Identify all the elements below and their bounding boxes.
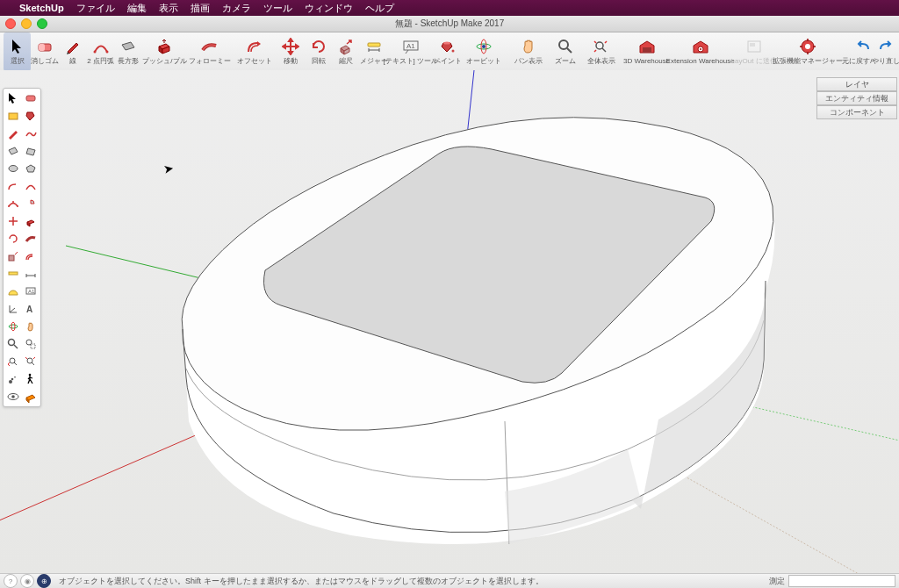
menubar-item-view[interactable]: 表示	[159, 2, 178, 15]
palette-freehand[interactable]	[22, 125, 40, 142]
tool-paint[interactable]: ペイント	[434, 32, 462, 71]
palette-arc[interactable]	[4, 177, 22, 195]
tool-3dwh-label: 3D Warehouse	[623, 57, 670, 65]
svg-text:A1: A1	[406, 42, 415, 50]
palette-eraser[interactable]	[22, 90, 40, 107]
svg-rect-14	[643, 47, 651, 53]
tool-rotate[interactable]: 回転	[305, 32, 332, 71]
palette-rotate[interactable]	[4, 230, 22, 247]
tool-arc-label: 2 点円弧	[87, 57, 114, 65]
tool-scale[interactable]: 縮尺	[332, 32, 359, 71]
window-minimize-button[interactable]	[21, 18, 32, 29]
tool-redo[interactable]	[874, 32, 895, 71]
tool-zoom[interactable]: ズーム	[551, 32, 579, 71]
svg-point-11	[482, 45, 485, 48]
tool-pan[interactable]: パン表示	[507, 32, 551, 71]
menubar-item-window[interactable]: ウィンドウ	[305, 2, 353, 15]
palette-followme[interactable]	[22, 230, 40, 247]
svg-rect-27	[9, 113, 18, 119]
menubar-item-edit[interactable]: 編集	[127, 2, 147, 15]
palette-section[interactable]	[22, 388, 40, 405]
tool-rectangle[interactable]: 長方形	[114, 32, 141, 71]
palette-walk[interactable]	[22, 370, 40, 388]
followme-icon	[200, 36, 219, 57]
tool-extension-warehouse[interactable]: Extension Warehouse	[670, 32, 731, 71]
tool-arc[interactable]: 2 点円弧	[87, 32, 114, 71]
palette-zoom-ext[interactable]	[22, 353, 40, 370]
palette-component[interactable]	[4, 107, 22, 125]
status-hint: オブジェクトを選択してください。Shift キーを押したまま選択するか、またはマ…	[59, 576, 543, 587]
palette-2pt-arc[interactable]	[22, 177, 40, 195]
menubar-item-file[interactable]: ファイル	[76, 2, 115, 15]
palette-zoom-prev[interactable]	[4, 353, 22, 370]
palette-position[interactable]	[4, 370, 22, 388]
status-geo-icon[interactable]: ⊕	[37, 574, 51, 588]
panel-tab-entityinfo[interactable]: エンティティ情報	[816, 91, 897, 105]
panel-tab-layers[interactable]: レイヤ	[816, 77, 897, 91]
menubar-item-camera[interactable]: カメラ	[222, 2, 251, 15]
palette-circle[interactable]	[4, 160, 22, 177]
layout-icon	[745, 36, 763, 57]
svg-rect-26	[26, 96, 35, 101]
palette-measure[interactable]	[4, 265, 22, 283]
tool-undo[interactable]: 元に戻す/やり直し	[853, 32, 874, 71]
window-zoom-button[interactable]	[37, 18, 47, 29]
tool-followme[interactable]: フォローミー	[187, 32, 232, 71]
tool-orbit[interactable]: オービット	[462, 32, 507, 71]
palette-3pt-arc[interactable]	[4, 195, 22, 212]
tool-move[interactable]: 移動	[277, 32, 304, 71]
palette-line[interactable]	[4, 125, 22, 142]
tool-zoom-extents[interactable]: 全体表示	[579, 32, 623, 71]
palette-rot-rect[interactable]	[22, 142, 40, 160]
palette-pan[interactable]	[22, 318, 40, 335]
right-panel-tabs: レイヤ エンティティ情報 コンポーネント	[816, 77, 897, 119]
palette-polygon[interactable]	[22, 160, 40, 177]
menubar-item-tools[interactable]: ツール	[263, 2, 292, 15]
palette-3dtext[interactable]: A	[22, 300, 40, 318]
palette-scale[interactable]	[4, 247, 22, 265]
palette-pushpull[interactable]	[22, 212, 40, 230]
tool-measure[interactable]: メジャー	[360, 32, 388, 71]
tool-extwh-label: Extension Warehouse	[666, 57, 735, 65]
status-user-icon[interactable]: ◉	[20, 574, 34, 588]
palette-zoom[interactable]	[4, 335, 22, 353]
palette-text[interactable]: A1	[22, 283, 40, 300]
svg-point-3	[105, 51, 108, 54]
palette-offset[interactable]	[22, 247, 40, 265]
tool-text[interactable]: A1 [テキスト] ツール	[388, 32, 434, 71]
palette-axes[interactable]	[4, 300, 22, 318]
palette-pie[interactable]	[22, 195, 40, 212]
menubar-item-draw[interactable]: 描画	[191, 2, 210, 15]
main-toolbar: 選択 消しゴム 線 2 点円弧 長方形 プッシュ/プル フォローミー オフセッ	[0, 32, 899, 72]
palette-paint[interactable]	[22, 107, 40, 125]
palette-move[interactable]	[4, 212, 22, 230]
palette-orbit[interactable]	[4, 318, 22, 335]
window-close-button[interactable]	[5, 18, 16, 29]
palette-rectangle[interactable]	[4, 142, 22, 160]
status-help-icon[interactable]: ?	[4, 574, 18, 588]
tool-pushpull[interactable]: プッシュ/プル	[142, 32, 187, 71]
menubar-app-name[interactable]: SketchUp	[19, 3, 64, 13]
palette-zoom-window[interactable]	[22, 335, 40, 353]
menubar-item-help[interactable]: ヘルプ	[365, 2, 394, 15]
tool-eraser-label: 消しゴム	[31, 57, 59, 65]
palette-protractor[interactable]	[4, 283, 22, 300]
palette-select[interactable]	[4, 90, 22, 107]
svg-point-37	[9, 325, 18, 328]
measure-input[interactable]	[788, 575, 895, 587]
svg-point-31	[17, 205, 18, 207]
svg-point-13	[596, 42, 603, 49]
tool-send-to-layout: LayOut に送信	[731, 32, 777, 71]
tool-select[interactable]: 選択	[4, 32, 31, 71]
tool-extension-manager[interactable]: 拡張機能マネージャー	[777, 32, 838, 71]
palette-look[interactable]	[4, 388, 22, 405]
model-viewport[interactable]: ➤	[0, 70, 899, 574]
tool-offset[interactable]: オフセット	[232, 32, 277, 71]
tool-move-label: 移動	[284, 57, 298, 65]
tool-3d-warehouse[interactable]: 3D Warehouse	[624, 32, 670, 71]
palette-dimension[interactable]	[22, 265, 40, 283]
tool-eraser[interactable]: 消しゴム	[31, 32, 59, 71]
model-rounded-box	[182, 118, 774, 544]
panel-tab-components[interactable]: コンポーネント	[816, 105, 897, 119]
tool-line[interactable]: 線	[59, 32, 86, 71]
